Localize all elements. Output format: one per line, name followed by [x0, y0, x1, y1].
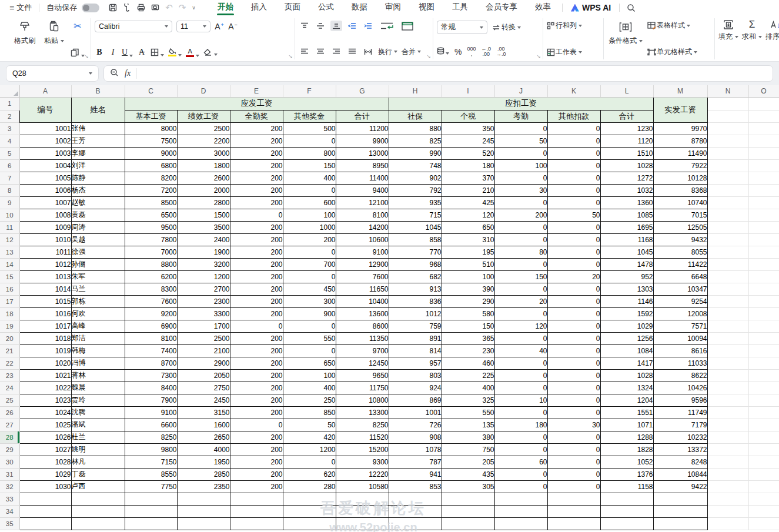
cell-F30[interactable]: 0	[283, 456, 336, 468]
cell-K21[interactable]: 0	[547, 344, 600, 357]
cell-G19[interactable]: 8600	[336, 320, 389, 332]
cell-E25[interactable]: 200	[230, 394, 283, 406]
tab-会员专享[interactable]: 会员专享	[477, 0, 526, 15]
cell-K18[interactable]: 0	[547, 307, 600, 320]
cell-O16[interactable]	[748, 283, 779, 295]
cell-M22[interactable]: 11033	[653, 357, 707, 369]
align-right-button[interactable]	[330, 46, 342, 57]
cell-E20[interactable]: 200	[230, 332, 283, 344]
cell-K3[interactable]: 0	[547, 122, 600, 135]
italic-button[interactable]: I	[108, 48, 118, 57]
cell-M26[interactable]: 11749	[653, 406, 707, 419]
header-cell-sub-3[interactable]: 其他奖金	[283, 110, 336, 122]
cell-H25[interactable]: 869	[389, 394, 442, 406]
format-painter-button[interactable]: 格式刷	[12, 19, 38, 47]
cell-C15[interactable]: 6200	[125, 270, 177, 283]
cell-J3[interactable]: 0	[494, 122, 547, 135]
column-header-I[interactable]: I	[442, 85, 494, 97]
cell-H28[interactable]: 908	[389, 431, 442, 443]
cell-C22[interactable]: 8700	[125, 357, 177, 369]
cell-N34[interactable]	[707, 505, 748, 517]
cell-H23[interactable]: 803	[389, 369, 442, 382]
cell-M12[interactable]: 9432	[653, 233, 707, 246]
cell-K19[interactable]: 0	[547, 320, 600, 332]
fill-button[interactable]: 填充	[718, 19, 738, 42]
cell-I13[interactable]: 195	[442, 246, 494, 258]
tab-页面[interactable]: 页面	[276, 0, 309, 15]
cell-N22[interactable]	[707, 357, 748, 369]
cell-C23[interactable]: 7300	[125, 369, 177, 382]
cell-D30[interactable]: 1950	[177, 456, 230, 468]
align-top-button[interactable]	[299, 21, 310, 31]
cell-L21[interactable]: 1084	[600, 344, 653, 357]
cell-M13[interactable]: 8055	[653, 246, 707, 258]
cell-C31[interactable]: 8550	[125, 468, 177, 480]
cell-G8[interactable]: 9400	[336, 184, 389, 196]
cell-N23[interactable]	[707, 369, 748, 382]
cell-B33[interactable]	[71, 493, 125, 505]
cell-D18[interactable]: 3300	[177, 307, 230, 320]
decrease-indent-button[interactable]	[346, 21, 358, 31]
cell-J29[interactable]: 0	[494, 443, 547, 456]
cell-K4[interactable]: 0	[547, 135, 600, 147]
align-bottom-button[interactable]	[330, 21, 342, 31]
cell-I25[interactable]: 325	[442, 394, 494, 406]
cell-K11[interactable]: 0	[547, 221, 600, 233]
cell-I26[interactable]: 550	[442, 406, 494, 419]
cell-O14[interactable]	[748, 258, 779, 270]
cell-G35[interactable]	[336, 517, 389, 530]
row-header-9[interactable]: 9	[0, 196, 19, 209]
comma-format-icon[interactable]: 000,	[467, 46, 476, 57]
cell-C5[interactable]: 9000	[125, 147, 177, 159]
cell-H11[interactable]: 1045	[389, 221, 442, 233]
cell-F13[interactable]: 0	[283, 246, 336, 258]
cell-M8[interactable]: 8368	[653, 184, 707, 196]
cell-O24[interactable]	[748, 382, 779, 394]
cell-F21[interactable]: 0	[283, 344, 336, 357]
tab-数据[interactable]: 数据	[343, 0, 376, 15]
dialog-launcher-icon[interactable]: ↘	[84, 53, 89, 59]
cell-H34[interactable]	[389, 505, 442, 517]
cell-C18[interactable]: 9200	[125, 307, 177, 320]
cell-O30[interactable]	[748, 456, 779, 468]
cell-D15[interactable]: 1200	[177, 270, 230, 283]
cell-A20[interactable]: 1018	[19, 332, 71, 344]
cell-I23[interactable]: 225	[442, 369, 494, 382]
cell-A27[interactable]: 1025	[19, 419, 71, 431]
cell-F5[interactable]: 800	[283, 147, 336, 159]
cell-N30[interactable]	[707, 456, 748, 468]
cell-J19[interactable]: 120	[494, 320, 547, 332]
quickbar-more-icon[interactable]: ∨	[192, 5, 196, 11]
cell-D22[interactable]: 2900	[177, 357, 230, 369]
cell-L9[interactable]: 1360	[600, 196, 653, 209]
cell-L14[interactable]: 1478	[600, 258, 653, 270]
row-header-26[interactable]: 26	[0, 406, 19, 419]
cell-L4[interactable]: 1120	[600, 135, 653, 147]
cell-C30[interactable]: 7150	[125, 456, 177, 468]
cell-L20[interactable]: 1256	[600, 332, 653, 344]
cell-C10[interactable]: 6500	[125, 209, 177, 221]
cell-K31[interactable]: 0	[547, 468, 600, 480]
cell-A15[interactable]: 1013	[19, 270, 71, 283]
row-header-35[interactable]: 35	[0, 517, 19, 530]
cell-N35[interactable]	[707, 517, 748, 530]
cell-M14[interactable]: 11422	[653, 258, 707, 270]
cell-J30[interactable]: 60	[494, 456, 547, 468]
merge-cells-button[interactable]: 合并	[402, 47, 421, 57]
cell-O25[interactable]	[748, 394, 779, 406]
cell-J20[interactable]: 0	[494, 332, 547, 344]
row-header-5[interactable]: 5	[0, 147, 19, 159]
cell-O31[interactable]	[748, 468, 779, 480]
cell-B28[interactable]: 杜兰	[71, 431, 125, 443]
cell-M33[interactable]	[653, 493, 707, 505]
cell-L25[interactable]: 1204	[600, 394, 653, 406]
cell-M29[interactable]: 13372	[653, 443, 707, 456]
cell-J35[interactable]	[494, 517, 547, 530]
cell-G28[interactable]: 11520	[336, 431, 389, 443]
cell-D26[interactable]: 3150	[177, 406, 230, 419]
align-left-button[interactable]	[299, 46, 310, 57]
cell-A6[interactable]: 1004	[19, 159, 71, 172]
cell-A26[interactable]: 1024	[19, 406, 71, 419]
cell-L34[interactable]	[600, 505, 653, 517]
increase-font-button[interactable]: A+	[215, 22, 224, 31]
